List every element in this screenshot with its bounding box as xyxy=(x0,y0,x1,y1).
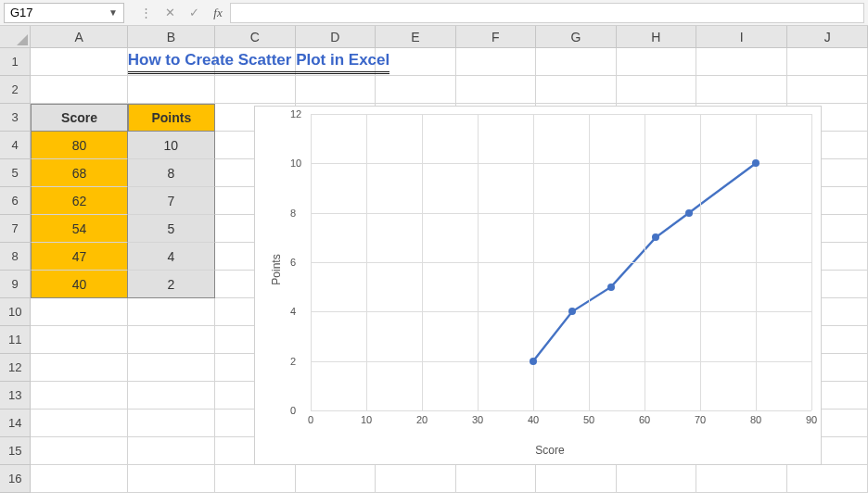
cell[interactable] xyxy=(31,76,127,104)
row-header[interactable]: 10 xyxy=(0,298,31,326)
cell[interactable] xyxy=(617,465,697,493)
cell[interactable] xyxy=(128,437,215,465)
cell[interactable] xyxy=(456,76,537,104)
x-tick: 80 xyxy=(750,414,761,425)
gridline-v xyxy=(811,114,812,410)
cell[interactable]: Score xyxy=(31,104,127,132)
cell[interactable]: 40 xyxy=(31,271,127,298)
cell[interactable] xyxy=(617,76,697,104)
cell[interactable]: 4 xyxy=(128,243,215,271)
row-header[interactable]: 11 xyxy=(0,326,31,354)
formula-input[interactable] xyxy=(230,3,864,23)
cell[interactable] xyxy=(536,76,617,104)
cell[interactable] xyxy=(296,76,377,104)
col-header-e[interactable]: E xyxy=(376,26,456,47)
cell[interactable] xyxy=(617,48,697,76)
cell[interactable] xyxy=(128,48,215,76)
cell[interactable] xyxy=(376,48,456,76)
col-header-j[interactable]: J xyxy=(787,26,868,47)
col-header-h[interactable]: H xyxy=(617,26,697,47)
row-header[interactable]: 1 xyxy=(0,48,31,76)
col-header-f[interactable]: F xyxy=(456,26,537,47)
cell[interactable]: 80 xyxy=(31,132,127,159)
select-all-corner[interactable] xyxy=(0,26,31,47)
check-icon: ✓ xyxy=(182,3,206,23)
row-header[interactable]: 5 xyxy=(0,159,31,187)
cell[interactable] xyxy=(215,48,296,76)
cell[interactable] xyxy=(456,48,537,76)
cell[interactable]: 54 xyxy=(31,215,127,243)
gridline-v xyxy=(589,114,590,410)
row-header[interactable]: 8 xyxy=(0,243,31,271)
cell[interactable] xyxy=(128,465,215,493)
cell[interactable] xyxy=(536,465,617,493)
cell[interactable] xyxy=(31,354,127,382)
cell[interactable]: Points xyxy=(128,104,215,132)
row-header[interactable]: 15 xyxy=(0,437,31,465)
row-header[interactable]: 16 xyxy=(0,465,31,493)
row-header[interactable]: 13 xyxy=(0,382,31,410)
cell[interactable] xyxy=(31,465,127,493)
cell[interactable] xyxy=(696,48,787,76)
cell[interactable] xyxy=(787,76,868,104)
row-header[interactable]: 7 xyxy=(0,215,31,243)
cell[interactable] xyxy=(296,48,377,76)
cell[interactable] xyxy=(31,48,127,76)
cell[interactable]: 5 xyxy=(128,215,215,243)
data-point xyxy=(752,159,760,167)
cell[interactable] xyxy=(31,410,127,437)
cell[interactable] xyxy=(376,465,456,493)
col-header-i[interactable]: I xyxy=(696,26,787,47)
col-header-a[interactable]: A xyxy=(31,26,127,47)
gridline-v xyxy=(478,114,479,410)
cell[interactable]: 68 xyxy=(31,159,127,187)
cell[interactable] xyxy=(128,326,215,354)
cell[interactable] xyxy=(128,382,215,410)
fx-icon[interactable]: fx xyxy=(206,3,230,23)
cell[interactable] xyxy=(696,76,787,104)
cancel-icon: ✕ xyxy=(158,3,182,23)
cell[interactable] xyxy=(128,76,215,104)
y-tick: 12 xyxy=(290,108,301,120)
cell[interactable] xyxy=(376,76,456,104)
col-header-d[interactable]: D xyxy=(296,26,377,47)
scatter-chart[interactable]: Points 0246810120102030405060708090 Scor… xyxy=(254,106,822,465)
cell[interactable] xyxy=(128,354,215,382)
row-header[interactable]: 9 xyxy=(0,271,31,298)
cell[interactable] xyxy=(696,465,787,493)
cell[interactable]: 7 xyxy=(128,187,215,215)
cell[interactable] xyxy=(787,48,868,76)
cell[interactable]: 8 xyxy=(128,159,215,187)
cell[interactable] xyxy=(31,382,127,410)
cell[interactable] xyxy=(296,465,377,493)
cell[interactable] xyxy=(128,298,215,326)
cell[interactable]: 62 xyxy=(31,187,127,215)
cell[interactable] xyxy=(31,298,127,326)
cell[interactable]: 47 xyxy=(31,243,127,271)
cell[interactable]: 2 xyxy=(128,271,215,298)
cell[interactable] xyxy=(31,437,127,465)
col-header-g[interactable]: G xyxy=(536,26,617,47)
data-point xyxy=(568,308,576,315)
x-tick: 30 xyxy=(472,414,483,425)
row-header[interactable]: 3 xyxy=(0,104,31,132)
gridline-v xyxy=(311,114,312,410)
cell[interactable] xyxy=(787,465,868,493)
chevron-down-icon[interactable]: ▼ xyxy=(108,7,118,18)
row-header[interactable]: 4 xyxy=(0,132,31,159)
name-box[interactable]: G17 ▼ xyxy=(4,3,124,23)
row-header[interactable]: 12 xyxy=(0,354,31,382)
plot-area: 0246810120102030405060708090 xyxy=(311,114,811,410)
cell[interactable] xyxy=(456,465,537,493)
cell[interactable] xyxy=(31,326,127,354)
row-header[interactable]: 14 xyxy=(0,410,31,437)
cell[interactable] xyxy=(128,410,215,437)
cell[interactable]: 10 xyxy=(128,132,215,159)
cell[interactable] xyxy=(536,48,617,76)
row-header[interactable]: 2 xyxy=(0,76,31,104)
col-header-b[interactable]: B xyxy=(128,26,215,47)
cell[interactable] xyxy=(215,465,296,493)
cell[interactable] xyxy=(215,76,296,104)
col-header-c[interactable]: C xyxy=(215,26,296,47)
row-header[interactable]: 6 xyxy=(0,187,31,215)
